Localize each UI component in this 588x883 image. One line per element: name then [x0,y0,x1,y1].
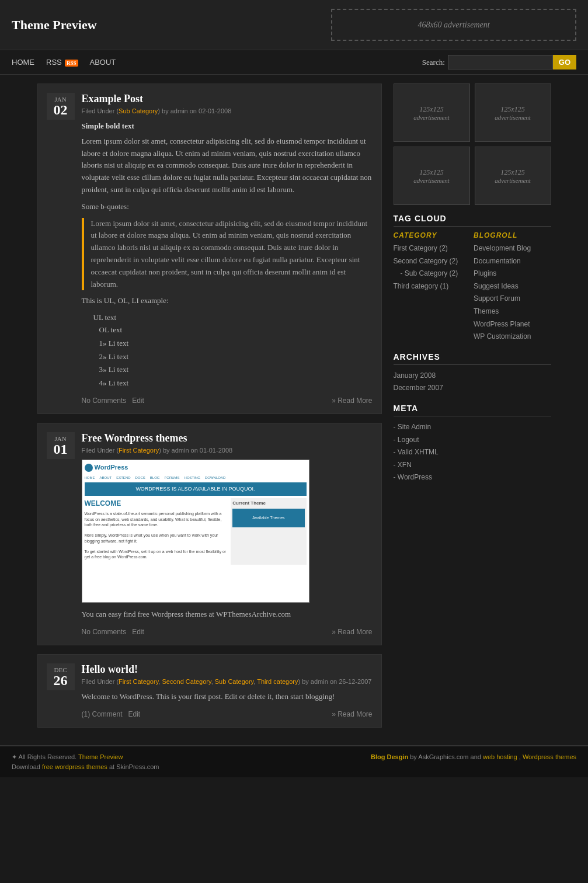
sidebar-ad-size-2: 125x125 [500,105,524,114]
post-title-1: Example Post [82,93,373,105]
blogroll-item-7[interactable]: WordPress Planet [474,318,551,331]
footer-download: Download free wordpress themes at SkinPr… [12,763,159,770]
category-item-sub[interactable]: - Sub Category (2) [394,267,471,280]
post-date-box-2: Jan 01 [47,432,75,459]
sidebar-ad-size-3: 125x125 [419,168,443,177]
tag-cloud-grid: CATEGORY First Category (2) Second Categ… [394,231,551,343]
wp-theme-preview: Available Themes [232,509,304,527]
category-item-1[interactable]: First Category (2) [394,242,471,255]
blogroll-item-3[interactable]: Plugins [474,267,551,280]
ol-text: OL text [99,324,373,336]
edit-link-1[interactable]: Edit [132,397,144,405]
blogroll-item-1[interactable]: Development Blog [474,242,551,255]
post-cat-tc[interactable]: Third category [257,678,298,685]
blogroll-item-4[interactable]: Suggest Ideas [474,280,551,293]
comments-link-3[interactable]: (1) Comment [82,710,123,718]
wp-cta-text: To get started with WordPress, set it up… [85,549,229,561]
blogroll-item-2[interactable]: Documentation [474,255,551,268]
footer-left: ✦ All Rights Reserved. Theme Preview Dow… [12,753,159,770]
post-content-3: Welcome to WordPress. This is your first… [82,691,373,703]
post-day-3: 26 [51,673,70,687]
read-more-2: » Read More [332,628,372,636]
search-label: Search: [422,58,445,67]
nav-about[interactable]: ABOUT [90,58,116,67]
meta-xhtml[interactable]: - Valid XHTML [394,446,551,459]
footer-web-hosting[interactable]: web hosting [483,753,517,760]
sidebar-ad-1: 125x125 advertisement [394,84,470,142]
sidebar-ad-4: 125x125 advertisement [475,147,551,205]
blogroll-col-title: BLOGROLL [474,231,551,239]
search-button[interactable]: GO [553,55,576,69]
post-meta-3: Filed Under (First Category, Second Cate… [82,678,373,685]
wordpress-screenshot: WordPress HOMEABOUTEXTENDDOCSBLOGFORUMSH… [82,460,309,603]
wp-logo-circle [85,464,93,472]
post-content-2: WordPress HOMEABOUTEXTENDDOCSBLOGFORUMSH… [82,460,373,621]
category-item-3[interactable]: Third category (1) [394,280,471,293]
edit-link-3[interactable]: Edit [128,710,141,718]
post-title-2: Free Wordpress themes [82,432,373,444]
footer: ✦ All Rights Reserved. Theme Preview Dow… [0,745,588,777]
read-more-link-3[interactable]: » Read More [332,710,372,718]
footer-wp-themes[interactable]: Wordpress themes [523,753,576,760]
meta-wordpress[interactable]: - WordPress [394,471,551,484]
list-intro: This is UL, OL, LI example: [82,295,373,307]
post-content-1: Simple bold text Lorem ipsum dolor sit a… [82,120,373,390]
sidebar-ads: 125x125 advertisement 125x125 advertisem… [394,84,551,205]
read-more-link-1[interactable]: » Read More [332,397,372,405]
post-1: Jan 02 Example Post Filed Under (Sub Cat… [37,84,382,414]
post-cat-sub[interactable]: Sub Category [215,678,253,685]
archive-jan2008[interactable]: January 2008 [394,370,551,383]
no-comments-link-2[interactable]: No Comments [82,628,127,636]
read-more-3: » Read More [332,710,372,718]
blogroll-item-8[interactable]: WP Customization [474,331,551,343]
meta-xfn[interactable]: - XFN [394,459,551,472]
post-category-link-2[interactable]: First Category [119,447,159,454]
wp-fake-main: WELCOME WordPress is a state-of-the-art … [85,498,229,565]
archives-title: ARCHIVES [394,352,551,365]
meta-site-admin[interactable]: - Site Admin [394,421,551,434]
post-3: Dec 26 Hello world! Filed Under (First C… [37,654,382,728]
footer-right: Blog Desgin by AskGraphics.com and web h… [371,753,576,760]
rss-icon: RSS [65,60,78,67]
nav-home[interactable]: HOME [12,58,34,67]
edit-link-2[interactable]: Edit [132,628,144,636]
tag-cloud-title: TAG CLOUD [394,214,551,227]
sidebar-ad-2: 125x125 advertisement [475,84,551,142]
search-input[interactable] [448,55,553,69]
wp-current-theme-label: Current Theme [232,500,304,507]
footer-theme-link[interactable]: Theme Preview [78,753,123,760]
post-day-2: 01 [51,442,70,456]
post-month-3: Dec [51,666,70,673]
sidebar-ad-size-1: 125x125 [419,105,443,114]
post-footer-3: (1) Comment Edit » Read More [82,710,373,718]
header: Theme Preview 468x60 advertisement [0,0,588,50]
meta-logout[interactable]: - Logout [394,434,551,447]
wp-fake-side: Current Theme Available Themes [231,498,306,565]
archive-dec2007[interactable]: December 2007 [394,382,551,395]
post-cat-sc[interactable]: Second Category [162,678,211,685]
category-item-2[interactable]: Second Category (2) [394,255,471,268]
nav-rss-wrap: RSS RSS [46,58,78,67]
b-quotes-label: Some b-quotes: [82,201,373,213]
nav-rss[interactable]: RSS [46,58,62,67]
meta-section: META - Site Admin - Logout - Valid XHTML… [394,404,551,484]
li-item-3: 3» Li text [99,364,373,376]
post-category-link-1[interactable]: Sub Category [119,107,158,114]
post-title-3: Hello world! [82,663,373,676]
blogroll-item-6[interactable]: Themes [474,305,551,318]
post-body-1: Example Post Filed Under (Sub Category) … [82,93,373,405]
footer-copyright: ✦ All Rights Reserved. Theme Preview [12,753,159,761]
read-more-link-2[interactable]: » Read More [332,628,372,636]
site-title: Theme Preview [12,18,97,33]
no-comments-link-1[interactable]: No Comments [82,397,127,405]
post-2: Jan 01 Free Wordpress themes Filed Under… [37,423,382,645]
post-day-1: 02 [51,103,70,117]
nav: HOME RSS RSS ABOUT Search: GO [0,50,588,75]
wp-wordmark: WordPress [95,463,128,473]
post-body-text-2: You can easy find free Wordpress themes … [82,609,373,621]
category-col: CATEGORY First Category (2) Second Categ… [394,231,471,343]
footer-download-link[interactable]: free wordpress themes [42,763,107,770]
meta-title: META [394,404,551,416]
blogroll-item-5[interactable]: Support Forum [474,293,551,305]
post-cat-fc[interactable]: First Category [119,678,158,685]
